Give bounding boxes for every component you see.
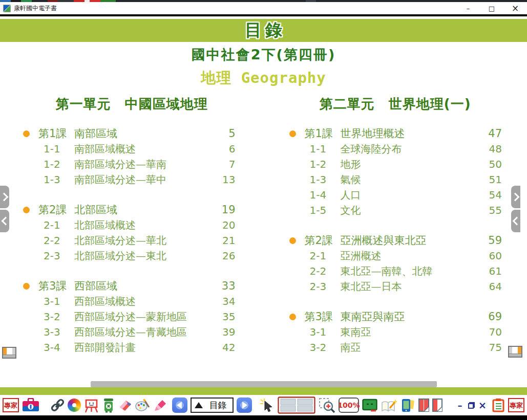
zoom-level-button[interactable]: 100%: [339, 397, 359, 413]
toc-lesson-row[interactable]: 第2課亞洲概述與東北亞59: [289, 233, 502, 248]
toc-sub-row[interactable]: 1-5文化55: [289, 203, 502, 218]
toc-sub-row[interactable]: 3-2西部區域分述—蒙新地區35: [23, 309, 236, 324]
workbook-button[interactable]: [381, 398, 397, 413]
entry-label: 1-2: [38, 158, 74, 170]
toc-lesson-row[interactable]: 第1課南部區域5: [23, 126, 236, 141]
contents-list-button[interactable]: [492, 398, 505, 412]
toc-lesson-row[interactable]: 第1課世界地理概述47: [289, 126, 502, 141]
page-corner-left-icon[interactable]: [2, 347, 16, 359]
unit-2-title: 第二單元 世界地理(一): [264, 95, 527, 113]
highlighter-button[interactable]: [153, 399, 167, 412]
toc-sub-row[interactable]: 3-3西部區域分述—青藏地區39: [23, 324, 236, 340]
entry-page-number: 39: [212, 326, 236, 338]
entry-title: 東南亞與南亞: [341, 310, 479, 324]
mask-half-page-button[interactable]: [432, 399, 443, 412]
triangle-right-icon: [242, 402, 247, 409]
toc-lesson-row[interactable]: 第3課東南亞與南亞69: [289, 309, 502, 324]
toc-sub-row[interactable]: 1-1南部區域概述6: [23, 141, 236, 157]
right-edge-prev-tab[interactable]: [511, 210, 520, 232]
page-indicator-dropdown[interactable]: 目錄: [191, 397, 234, 413]
next-page-button[interactable]: [237, 397, 252, 413]
toc-header-bar: 目錄: [0, 19, 527, 42]
lesson-bullet-icon: [289, 130, 305, 137]
eraser-button[interactable]: [118, 399, 132, 412]
toc-lesson-row[interactable]: 第3課西部區域33: [23, 278, 236, 294]
left-edge-next-tab[interactable]: [0, 186, 9, 208]
toc-sub-row[interactable]: 1-1全球海陸分布48: [289, 141, 502, 157]
left-edge-prev-tab[interactable]: [0, 210, 9, 232]
toc-sub-row[interactable]: 2-1亞洲概述60: [289, 248, 502, 263]
entry-label: 3-2: [38, 311, 74, 323]
toc-sub-row[interactable]: 2-1北部區域概述20: [23, 217, 236, 233]
entry-label: 第3課: [38, 279, 74, 293]
toc-sub-row[interactable]: 2-3北部區域分述—東北26: [23, 248, 236, 263]
toc-sub-row[interactable]: 1-4人口54: [289, 187, 502, 203]
toc-sub-row[interactable]: 3-4西部開發計畫42: [23, 340, 236, 355]
toolbar-minimize-button[interactable]: –: [456, 399, 464, 411]
horizontal-scrollbar[interactable]: [91, 381, 437, 387]
entry-title: 西部區域概述: [74, 295, 212, 308]
entry-title: 南部區域概述: [74, 142, 212, 156]
entry-page-number: 34: [212, 295, 236, 307]
titlebar: 康軒國中電子書 – □ ×: [0, 2, 527, 14]
paint-palette-button[interactable]: [135, 399, 150, 412]
entry-title: 南部區域分述—華中: [74, 173, 212, 187]
entry-label: 3-1: [305, 326, 341, 338]
toolbar-restore-button[interactable]: [467, 399, 475, 411]
toc-sub-row[interactable]: 3-1西部區域概述34: [23, 294, 236, 309]
toolbox-button[interactable]: [22, 398, 39, 412]
page-corner-right-icon[interactable]: [508, 346, 522, 358]
page-corner-bar: [3, 355, 15, 358]
select-cursor-button[interactable]: [259, 398, 275, 412]
entry-page-number: 59: [478, 234, 502, 247]
clipboard-list-icon: [492, 398, 505, 412]
entry-title: 北部區域: [74, 203, 212, 217]
entry-title: 西部區域分述—蒙新地區: [74, 310, 212, 324]
close-button[interactable]: ×: [503, 2, 527, 14]
maximize-button[interactable]: □: [480, 2, 503, 14]
toolbox-icon: [22, 398, 39, 412]
triangle-up-icon: [195, 402, 203, 408]
minimize-button[interactable]: –: [456, 2, 480, 14]
open-book-spread-icon: [278, 396, 315, 414]
toc-sub-row[interactable]: 3-2南亞75: [289, 340, 502, 355]
entry-page-number: 20: [212, 219, 236, 231]
entry-label: 3-1: [38, 295, 74, 307]
entry-title: 東北亞—日本: [341, 280, 479, 294]
right-edge-next-tab[interactable]: [511, 186, 520, 208]
entry-page-number: 6: [212, 143, 236, 155]
entry-title: 西部開發計畫: [74, 341, 212, 355]
mobile-sync-button[interactable]: [400, 398, 415, 413]
toc-column-unit-2: 第1課世界地理概述471-1全球海陸分布481-2地形501-3氣候511-4人…: [264, 126, 527, 355]
expert-mode-button[interactable]: 專家: [3, 398, 19, 412]
app-logo-icon: [3, 5, 11, 12]
toc-sub-row[interactable]: 2-2北部區域分述—華北21: [23, 233, 236, 248]
toc-sub-row[interactable]: 2-2東北亞—南韓、北韓61: [289, 263, 502, 279]
whiteboard-button[interactable]: [84, 398, 99, 413]
toc-sub-row[interactable]: 3-1東南亞70: [289, 324, 502, 340]
entry-title: 亞洲概述: [341, 249, 479, 263]
toc-sub-row[interactable]: 1-2地形50: [289, 157, 502, 172]
toc-sub-row[interactable]: 1-2南部區域分述—華南7: [23, 157, 236, 172]
entry-title: 西部區域: [74, 279, 212, 293]
entry-title: 北部區域分述—華北: [74, 234, 212, 248]
entry-title: 北部區域概述: [74, 218, 212, 232]
toc-sub-row[interactable]: 1-3氣候51: [289, 172, 502, 187]
toolbar-close-button[interactable]: ×: [478, 399, 487, 411]
previous-page-button[interactable]: [172, 397, 187, 413]
toc-sub-row[interactable]: 1-3南部區域分述—華中13: [23, 172, 236, 187]
entry-title: 文化: [341, 204, 479, 217]
entry-title: 世界地理概述: [341, 126, 479, 141]
chalkboard-button[interactable]: [362, 399, 377, 412]
toc-lesson-row[interactable]: 第2課北部區域19: [23, 202, 236, 217]
toc-sub-row[interactable]: 2-3東北亞—日本64: [289, 279, 502, 294]
creative-tools-button[interactable]: [68, 399, 81, 412]
recycle-bin-button[interactable]: [102, 398, 115, 413]
mask-full-page-button[interactable]: [418, 399, 429, 412]
dual-page-view-button[interactable]: [278, 396, 315, 414]
entry-label: 3-2: [305, 341, 341, 353]
link-button[interactable]: [51, 399, 65, 412]
entry-title: 氣候: [341, 173, 479, 187]
zoom-area-button[interactable]: [319, 397, 335, 413]
expert-mode-button-right[interactable]: 專家: [508, 398, 524, 412]
